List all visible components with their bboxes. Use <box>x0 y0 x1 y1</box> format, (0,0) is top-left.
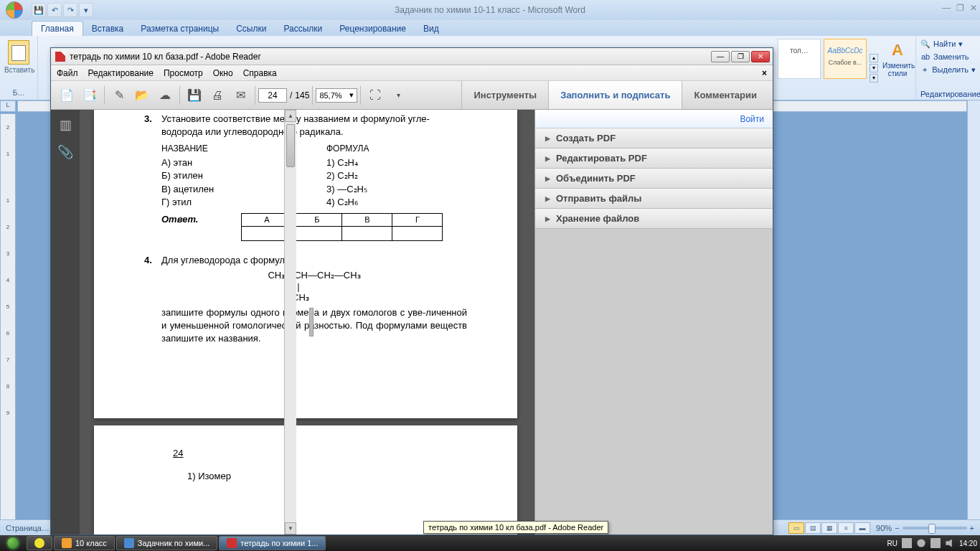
replace-button[interactable]: abЗаменить <box>920 50 976 63</box>
taskbar-item-browser[interactable] <box>27 536 52 550</box>
page-indicator[interactable]: Страница… <box>6 524 50 532</box>
adobe-close-icon[interactable]: ✕ <box>751 51 770 62</box>
find-icon: 🔍 <box>920 39 930 49</box>
page-number-input[interactable] <box>258 88 287 103</box>
tool-file-storage[interactable]: ▶Хранение файлов <box>535 209 773 229</box>
menu-file[interactable]: Файл <box>57 68 78 78</box>
adobe-minimize-icon[interactable]: — <box>711 51 730 62</box>
adobe-title-text: тетрадь по химии 10 кл база.pdf - Adobe … <box>70 52 260 62</box>
adobe-scrollbar[interactable]: ▲▼ <box>284 110 296 534</box>
taskbar-item-adobe[interactable]: тетрадь по химии 1... <box>219 536 326 550</box>
svg-point-1 <box>917 539 925 547</box>
adobe-menu-bar: Файл Редактирование Просмотр Окно Справк… <box>51 65 773 81</box>
tool-send-files[interactable]: ▶Отправить файлы <box>535 189 773 209</box>
system-tray: RU 14:20 <box>887 538 977 548</box>
menu-help[interactable]: Справка <box>243 68 277 78</box>
start-button[interactable] <box>0 535 26 551</box>
menu-edit[interactable]: Редактирование <box>88 68 154 78</box>
menu-window[interactable]: Окно <box>213 68 233 78</box>
tab-insert[interactable]: Вставка <box>83 22 133 36</box>
tab-layout[interactable]: Разметка страницы <box>132 22 227 36</box>
save-icon[interactable]: 💾 <box>184 85 204 105</box>
select-button[interactable]: ⌖Выделить ▾ <box>920 63 976 76</box>
view-draft-icon[interactable]: ▬ <box>854 522 870 534</box>
style-weak[interactable]: AaBbCcDc Слабое в... <box>824 39 867 79</box>
tab-home[interactable]: Главная <box>32 21 83 36</box>
redo-icon[interactable]: ↷ <box>63 3 77 17</box>
tool-combine-pdf[interactable]: ▶Объединить PDF <box>535 169 773 189</box>
undo-icon[interactable]: ↶ <box>47 3 62 17</box>
styles-more-icon[interactable]: ▾ <box>870 74 878 83</box>
network-icon[interactable] <box>930 538 941 548</box>
cloud-icon[interactable]: ☁ <box>155 85 175 105</box>
pdf-icon <box>55 52 65 62</box>
styles-down-icon[interactable]: ▾ <box>870 64 878 72</box>
email-icon[interactable]: ✉ <box>230 85 250 105</box>
tools-dropdown-icon[interactable]: ▾ <box>388 85 408 105</box>
zoom-control: 90% − + <box>876 524 974 532</box>
thumbnails-icon[interactable]: ▥ <box>57 117 73 133</box>
editing-group: 🔍Найти ▾ abЗаменить ⌖Выделить ▾ Редактир… <box>915 36 980 100</box>
tool-edit-pdf[interactable]: ▶Редактировать PDF <box>535 149 773 169</box>
adobe-doc-close-icon[interactable]: × <box>762 68 767 78</box>
tray-icon[interactable] <box>902 538 912 548</box>
taskbar-tooltip: тетрадь по химии 10 кл база.pdf - Adobe … <box>423 521 608 534</box>
adobe-tools-pane: Войти ▶Создать PDF ▶Редактировать PDF ▶О… <box>534 110 773 534</box>
print-icon[interactable]: 🖨 <box>207 85 227 105</box>
tool-create-pdf[interactable]: ▶Создать PDF <box>535 128 773 149</box>
zoom-value[interactable]: 90% <box>876 524 892 532</box>
tab-references[interactable]: Ссылки <box>227 22 275 36</box>
view-outline-icon[interactable]: ≡ <box>838 522 854 534</box>
attachments-icon[interactable]: 📎 <box>57 144 73 160</box>
styles-up-icon[interactable]: ▴ <box>870 54 878 62</box>
tab-mailings[interactable]: Рассылки <box>275 22 331 36</box>
tray-icon[interactable] <box>916 538 926 548</box>
volume-icon[interactable] <box>945 538 955 548</box>
zoom-in-icon[interactable]: + <box>970 524 974 532</box>
tab-fill-sign[interactable]: Заполнить и подписать <box>548 81 682 109</box>
tab-view[interactable]: Вид <box>415 22 448 36</box>
menu-view[interactable]: Просмотр <box>164 68 203 78</box>
pane-grip-icon[interactable] <box>309 308 314 336</box>
close-icon[interactable]: ✕ <box>970 3 977 13</box>
restore-icon[interactable]: ❐ <box>956 3 964 13</box>
login-link[interactable]: Войти <box>535 110 773 128</box>
tab-tools[interactable]: Инструменты <box>461 81 548 109</box>
save-copy-icon[interactable]: 📑 <box>80 85 100 105</box>
paste-icon <box>8 40 29 65</box>
tab-comments[interactable]: Комментарии <box>682 81 768 109</box>
change-styles-button[interactable]: A Изменить стили <box>880 36 915 100</box>
paste-button[interactable]: Вставить <box>4 39 33 74</box>
folder-icon[interactable]: 📂 <box>132 85 152 105</box>
zoom-combo[interactable]: 85,7%▾ <box>316 88 357 103</box>
open-icon[interactable]: 📄 <box>57 85 77 105</box>
qat-dropdown-icon[interactable]: ▾ <box>79 3 93 17</box>
ruler-corner[interactable]: L <box>0 100 16 112</box>
sign-icon[interactable]: ✎ <box>109 85 129 105</box>
clipboard-group: Вставить Б… <box>0 36 38 100</box>
view-print-icon[interactable]: ▭ <box>788 522 804 534</box>
language-indicator[interactable]: RU <box>887 540 897 547</box>
adobe-title-bar[interactable]: тетрадь по химии 10 кл база.pdf - Adobe … <box>51 48 773 65</box>
office-button[interactable] <box>0 0 29 20</box>
adobe-restore-icon[interactable]: ❐ <box>731 51 750 62</box>
clock[interactable]: 14:20 <box>959 540 977 547</box>
view-reading-icon[interactable]: ▤ <box>805 522 821 534</box>
tab-review[interactable]: Рецензирование <box>331 22 415 36</box>
vertical-ruler[interactable]: 21123456789 <box>0 113 16 535</box>
zoom-out-icon[interactable]: − <box>895 524 899 532</box>
fit-page-icon[interactable]: ⛶ <box>365 85 385 105</box>
style-normal[interactable]: тол… <box>778 39 821 79</box>
find-button[interactable]: 🔍Найти ▾ <box>920 37 976 50</box>
page-total: 145 <box>295 90 309 100</box>
taskbar-item-folder[interactable]: 10 класс <box>54 536 115 550</box>
taskbar-item-word[interactable]: Задачник по хими... <box>116 536 218 550</box>
save-icon[interactable]: 💾 <box>32 3 46 17</box>
word-scrollbar[interactable] <box>967 100 980 535</box>
adobe-document-view[interactable]: 3. Установите соответствие между названи… <box>80 110 534 534</box>
svg-marker-3 <box>946 539 951 547</box>
minimize-icon[interactable]: — <box>942 3 951 13</box>
view-web-icon[interactable]: ▦ <box>821 522 837 534</box>
taskbar: 10 класс Задачник по хими... тетрадь по … <box>0 535 980 551</box>
zoom-slider[interactable] <box>903 527 967 529</box>
